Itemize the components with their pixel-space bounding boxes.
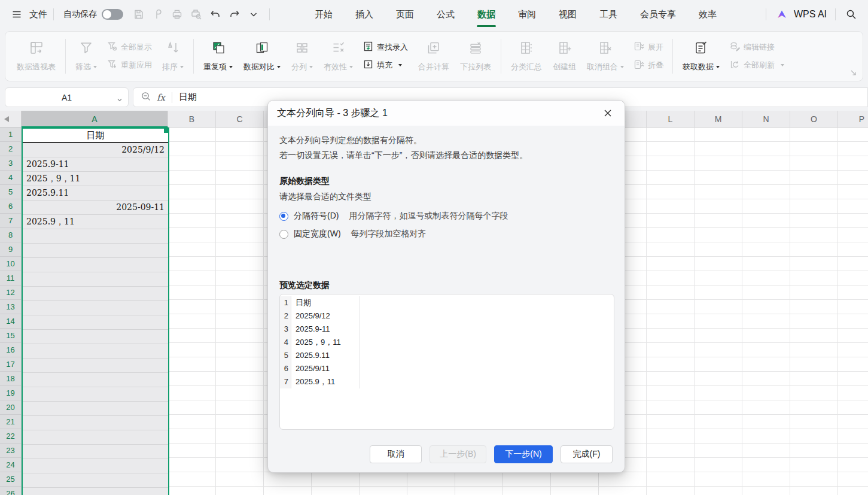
data-compare-button[interactable]: 数据对比	[238, 34, 286, 78]
create-group-button[interactable]: 创建组	[547, 34, 581, 78]
row-header-9[interactable]: 9	[0, 242, 21, 257]
row-header-12[interactable]: 12	[0, 286, 21, 300]
back-button[interactable]: 上一步(B)	[430, 445, 486, 463]
cell-A11[interactable]	[23, 272, 168, 287]
column-header-P[interactable]: P	[838, 111, 868, 127]
print-preview-icon[interactable]	[188, 6, 205, 23]
column-header-N[interactable]: N	[742, 111, 790, 127]
zoom-out-icon[interactable]	[141, 91, 151, 104]
cell-A2[interactable]: 2025/9/12	[23, 143, 168, 157]
edit-links-button[interactable]: 编辑链接	[730, 41, 784, 53]
cell-A5[interactable]: 2025.9.11	[23, 186, 168, 201]
cell-A7[interactable]: 2025.9，11	[23, 215, 168, 229]
expand-button[interactable]: 展开	[634, 41, 663, 53]
cell-A19[interactable]	[23, 387, 168, 402]
lookup-entry-button[interactable]: 查找录入	[363, 41, 408, 53]
cell-A12[interactable]	[23, 287, 168, 301]
tab-home[interactable]: 开始	[303, 0, 344, 29]
autosave-toggle[interactable]	[102, 9, 123, 20]
radio-fixed-width[interactable]: 固定宽度(W) 每列字段加空格对齐	[279, 228, 613, 240]
fx-icon[interactable]: fx	[157, 92, 165, 103]
cell-A3[interactable]: 2025.9-11	[23, 157, 168, 172]
cell-A4[interactable]: 2025，9，11	[23, 172, 168, 186]
cell-A22[interactable]	[23, 430, 168, 445]
show-all-button[interactable]: 全部显示	[107, 41, 152, 53]
search-icon[interactable]	[843, 6, 860, 23]
filter-button[interactable]: 筛选	[70, 34, 102, 78]
row-header-15[interactable]: 15	[0, 329, 21, 343]
cell-A13[interactable]	[23, 301, 168, 315]
get-data-button[interactable]: 获取数据	[677, 34, 725, 78]
fill-button[interactable]: 填充	[363, 59, 408, 71]
next-button[interactable]: 下一步(N)	[494, 445, 553, 463]
tab-review[interactable]: 审阅	[507, 0, 547, 29]
row-header-19[interactable]: 19	[0, 386, 21, 400]
row-header-1[interactable]: 1	[0, 127, 21, 142]
collapse-button[interactable]: 折叠	[634, 59, 663, 71]
finish-button[interactable]: 完成(F)	[561, 445, 613, 463]
cell-A21[interactable]	[23, 416, 168, 430]
tab-tools[interactable]: 工具	[588, 0, 629, 29]
select-all-corner[interactable]	[0, 111, 22, 127]
export-icon[interactable]	[150, 6, 166, 23]
row-header-11[interactable]: 11	[0, 271, 21, 286]
undo-icon[interactable]	[207, 6, 224, 23]
cell-A26[interactable]	[23, 488, 168, 495]
row-header-6[interactable]: 6	[0, 199, 21, 214]
row-header-21[interactable]: 21	[0, 415, 21, 429]
radio-selected-icon[interactable]	[279, 212, 288, 221]
fill-handle[interactable]	[164, 129, 168, 133]
row-header-5[interactable]: 5	[0, 185, 21, 199]
tab-efficiency[interactable]: 效率	[687, 0, 728, 29]
row-header-2[interactable]: 2	[0, 142, 21, 156]
row-header-16[interactable]: 16	[0, 343, 21, 357]
cell-A24[interactable]	[23, 459, 168, 473]
cell-A15[interactable]	[23, 330, 168, 344]
row-header-3[interactable]: 3	[0, 156, 21, 171]
redo-icon[interactable]	[226, 6, 243, 23]
row-header-4[interactable]: 4	[0, 171, 21, 185]
subtotal-button[interactable]: 分类汇总	[505, 34, 547, 78]
reapply-filter-button[interactable]: 重新应用	[107, 59, 152, 71]
cell-A17[interactable]	[23, 359, 168, 373]
cell-A25[interactable]	[23, 473, 168, 488]
dropdown-list-button[interactable]: 下拉列表	[455, 34, 497, 78]
column-header-O[interactable]: O	[790, 111, 838, 127]
column-header-M[interactable]: M	[695, 111, 742, 127]
selected-column-a[interactable]: 日期2025/9/122025.9-112025，9，112025.9.1120…	[22, 127, 169, 495]
save-icon[interactable]	[130, 6, 147, 23]
row-header-18[interactable]: 18	[0, 372, 21, 386]
validation-button[interactable]: 有效性	[318, 34, 358, 78]
cell-A10[interactable]	[23, 258, 168, 272]
row-header-8[interactable]: 8	[0, 228, 21, 242]
tab-page[interactable]: 页面	[385, 0, 425, 29]
tab-formula[interactable]: 公式	[425, 0, 466, 29]
cell-A14[interactable]	[23, 315, 168, 330]
tab-member[interactable]: 会员专享	[629, 0, 687, 29]
cell-A6[interactable]: 2025-09-11	[23, 201, 168, 215]
row-header-7[interactable]: 7	[0, 214, 21, 228]
row-header-24[interactable]: 24	[0, 458, 21, 472]
row-header-17[interactable]: 17	[0, 357, 21, 372]
column-header-L[interactable]: L	[647, 111, 695, 127]
quickbar-more-icon[interactable]	[245, 6, 262, 23]
sort-button[interactable]: 排序	[157, 34, 189, 78]
preview-box[interactable]: 1日期22025/9/1232025.9-1142025，9，1152025.9…	[279, 294, 614, 430]
cell-A23[interactable]	[23, 445, 168, 459]
cell-A9[interactable]	[23, 244, 168, 258]
cell-A18[interactable]	[23, 373, 168, 387]
radio-delimited[interactable]: 分隔符号(D) 用分隔字符，如逗号或制表符分隔每个字段	[279, 210, 613, 222]
row-header-20[interactable]: 20	[0, 400, 21, 415]
ribbon-launcher-icon[interactable]	[850, 69, 857, 77]
cell-A16[interactable]	[23, 344, 168, 359]
hamburger-menu-icon[interactable]	[8, 6, 25, 23]
row-header-23[interactable]: 23	[0, 444, 21, 458]
row-header-22[interactable]: 22	[0, 429, 21, 444]
tab-view[interactable]: 视图	[547, 0, 588, 29]
tab-insert[interactable]: 插入	[344, 0, 385, 29]
tab-data[interactable]: 数据	[466, 0, 507, 29]
column-header-C[interactable]: C	[216, 111, 264, 127]
print-icon[interactable]	[169, 6, 185, 23]
row-header-25[interactable]: 25	[0, 472, 21, 487]
cell-A8[interactable]	[23, 229, 168, 244]
